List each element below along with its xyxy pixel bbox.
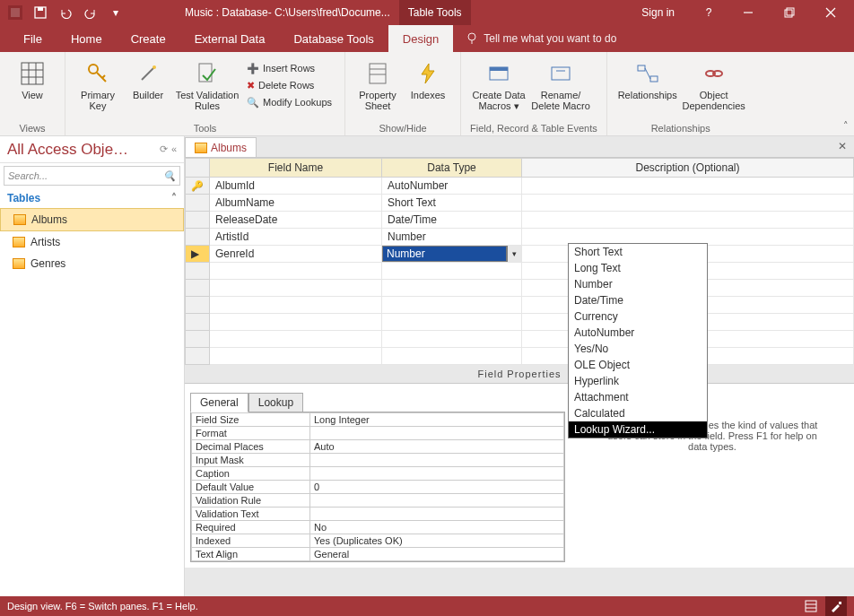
field-name-cell[interactable]: AlbumId	[210, 178, 382, 195]
property-value[interactable]	[310, 454, 564, 467]
datatype-option[interactable]: Attachment	[569, 389, 707, 405]
row-selector[interactable]	[186, 280, 210, 297]
datatype-option[interactable]: OLE Object	[569, 357, 707, 373]
field-name-cell[interactable]: ReleaseDate	[210, 212, 382, 229]
table-row[interactable]: ArtistIdNumber	[186, 229, 854, 246]
app-icon[interactable]	[4, 0, 27, 25]
table-row[interactable]: ReleaseDateDate/Time	[186, 212, 854, 229]
nav-group-tables[interactable]: Tables ˄	[0, 188, 184, 208]
row-selector[interactable]	[186, 263, 210, 280]
relationships-button[interactable]: Relationships	[616, 57, 679, 113]
property-row[interactable]: Format	[192, 427, 564, 440]
datatype-option[interactable]: Hyperlink	[569, 373, 707, 389]
object-tab-albums[interactable]: Albums	[185, 137, 257, 157]
data-type-cell[interactable]: Number▾	[382, 246, 522, 263]
property-value[interactable]	[310, 508, 564, 521]
close-object-icon[interactable]: ✕	[838, 140, 847, 152]
table-row[interactable]	[186, 280, 854, 297]
row-selector[interactable]	[186, 348, 210, 365]
qat-save-icon[interactable]	[29, 0, 52, 25]
signin-link[interactable]: Sign in	[627, 6, 689, 19]
collapse-ribbon-icon[interactable]: ˄	[843, 120, 849, 132]
rename-delete-macro-button[interactable]: Rename/ Delete Macro	[531, 57, 590, 113]
row-selector[interactable]	[186, 297, 210, 314]
tellme-search[interactable]: Tell me what you want to do	[453, 32, 629, 45]
field-name-cell[interactable]	[210, 297, 382, 314]
nav-header[interactable]: All Access Obje… ⟳«	[0, 136, 184, 163]
datatype-option[interactable]: Currency	[569, 308, 707, 325]
delete-rows-button[interactable]: ✖Delete Rows	[243, 78, 336, 93]
table-row[interactable]: 🔑AlbumIdAutoNumber	[186, 178, 854, 195]
row-selector[interactable]: ▶	[186, 246, 210, 263]
data-type-cell[interactable]: Number	[382, 229, 522, 246]
ribbon-tab-design[interactable]: Design	[388, 25, 453, 52]
col-fieldname[interactable]: Field Name	[210, 159, 382, 178]
field-name-cell[interactable]	[210, 314, 382, 331]
property-value[interactable]: No	[310, 521, 564, 534]
datatype-option[interactable]: Number	[569, 276, 707, 292]
insert-rows-button[interactable]: ➕Insert Rows	[243, 61, 336, 76]
table-row[interactable]: AlbumNameShort Text	[186, 195, 854, 212]
field-name-cell[interactable]: ArtistId	[210, 229, 382, 246]
ribbon-tab-file[interactable]: File	[9, 25, 57, 52]
prop-tab-general[interactable]: General	[190, 393, 248, 412]
property-value[interactable]: Long Integer	[310, 413, 564, 427]
ribbon-tab-home[interactable]: Home	[57, 25, 117, 52]
field-name-cell[interactable]: AlbumName	[210, 195, 382, 212]
object-dependencies-button[interactable]: Object Dependencies	[683, 57, 745, 113]
row-selector[interactable]	[186, 195, 210, 212]
datatype-dropdown[interactable]: Short TextLong TextNumberDate/TimeCurren…	[568, 243, 708, 438]
description-cell[interactable]	[522, 212, 854, 229]
property-row[interactable]: Field SizeLong Integer	[192, 413, 564, 427]
nav-item-albums[interactable]: Albums	[0, 208, 184, 231]
property-row[interactable]: Decimal PlacesAuto	[192, 440, 564, 454]
create-data-macros-button[interactable]: Create Data Macros ▾	[470, 57, 527, 113]
view-button[interactable]: View	[9, 57, 56, 102]
qat-more-icon[interactable]: ▾	[104, 0, 127, 25]
data-type-cell[interactable]	[382, 348, 522, 365]
field-name-cell[interactable]	[210, 331, 382, 348]
property-value[interactable]: General	[310, 548, 564, 561]
field-name-cell[interactable]	[210, 263, 382, 280]
datatype-option[interactable]: Long Text	[569, 260, 707, 276]
nav-item-artists[interactable]: Artists	[0, 231, 184, 253]
property-row[interactable]: RequiredNo	[192, 521, 564, 534]
table-row[interactable]	[186, 314, 854, 331]
row-selector[interactable]	[186, 229, 210, 246]
field-name-cell[interactable]	[210, 348, 382, 365]
minimize-button[interactable]	[728, 0, 768, 25]
datatype-option[interactable]: Lookup Wizard...	[569, 421, 707, 438]
data-type-cell[interactable]	[382, 331, 522, 348]
property-sheet-button[interactable]: Property Sheet	[354, 57, 401, 113]
data-type-cell[interactable]	[382, 314, 522, 331]
data-type-cell[interactable]: AutoNumber	[382, 178, 522, 195]
datatype-option[interactable]: Calculated	[569, 405, 707, 421]
property-row[interactable]: Input Mask	[192, 454, 564, 467]
property-row[interactable]: Validation Text	[192, 508, 564, 521]
datatype-option[interactable]: Yes/No	[569, 341, 707, 357]
row-selector[interactable]: 🔑	[186, 178, 210, 195]
property-value[interactable]: Auto	[310, 440, 564, 454]
nav-item-genres[interactable]: Genres	[0, 253, 184, 274]
property-value[interactable]: Yes (Duplicates OK)	[310, 534, 564, 548]
test-validation-button[interactable]: Test Validation Rules	[175, 57, 240, 113]
property-row[interactable]: IndexedYes (Duplicates OK)	[192, 534, 564, 548]
data-type-cell[interactable]: Date/Time	[382, 212, 522, 229]
col-description[interactable]: Description (Optional)	[522, 159, 854, 178]
qat-undo-icon[interactable]	[54, 0, 77, 25]
property-value[interactable]: 0	[310, 481, 564, 494]
data-type-cell[interactable]	[382, 297, 522, 314]
description-cell[interactable]	[522, 195, 854, 212]
nav-refresh-icon[interactable]: ⟳	[160, 143, 168, 155]
field-name-cell[interactable]	[210, 280, 382, 297]
indexes-button[interactable]: Indexes	[405, 57, 451, 113]
description-cell[interactable]	[522, 178, 854, 195]
restore-button[interactable]	[770, 0, 809, 25]
ribbon-tab-create[interactable]: Create	[117, 25, 180, 52]
ribbon-tab-database-tools[interactable]: Database Tools	[279, 25, 388, 52]
col-datatype[interactable]: Data Type	[382, 159, 522, 178]
view-design-icon[interactable]	[825, 596, 847, 616]
qat-redo-icon[interactable]	[79, 0, 102, 25]
datatype-option[interactable]: AutoNumber	[569, 325, 707, 341]
row-selector[interactable]	[186, 314, 210, 331]
